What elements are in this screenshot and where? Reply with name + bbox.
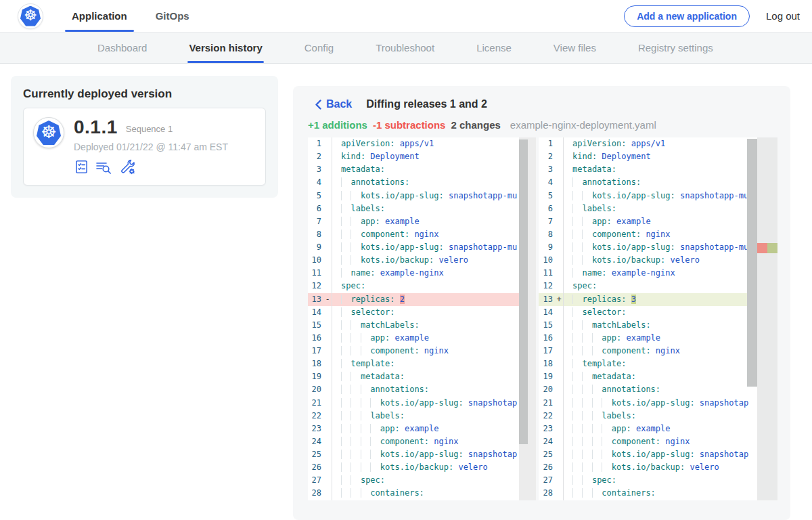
top-nav: ☸ ApplicationGitOps Add a new applicatio… (0, 0, 812, 32)
back-link[interactable]: Back (315, 98, 352, 110)
diff-line-marker (323, 435, 332, 448)
subnav-item-version-history[interactable]: Version history (187, 32, 263, 63)
line-number: 20 (308, 383, 323, 396)
line-number: 28 (539, 487, 555, 500)
diff-marker-added (767, 243, 777, 253)
subnav-item-dashboard[interactable]: Dashboard (96, 32, 148, 63)
line-number: 26 (308, 461, 323, 474)
diff-line-marker (555, 435, 563, 448)
diff-line-marker (323, 176, 332, 189)
line-number: 14 (539, 306, 555, 319)
topnav-tab-gitops[interactable]: GitOps (149, 0, 196, 32)
line-number: 6 (308, 202, 323, 215)
diff-line-marker (323, 267, 332, 280)
overview-ruler[interactable] (757, 137, 777, 500)
logout-button[interactable]: Log out (766, 10, 800, 22)
line-number: 27 (308, 474, 323, 487)
code-lines-left: 1apiVersion: apps/v12kind: Deployment3me… (308, 137, 536, 500)
diff-line-marker (323, 332, 332, 345)
release-notes-search-icon[interactable] (95, 159, 113, 175)
sequence-label: Sequence 1 (126, 124, 173, 134)
code-line: 10 kots.io/backup: velero (308, 254, 536, 267)
subnav-item-config[interactable]: Config (303, 32, 335, 63)
diff-line-marker (323, 410, 332, 422)
line-number: 11 (539, 267, 555, 280)
diff-line-marker (323, 163, 332, 176)
diff-line-marker (555, 228, 563, 241)
diff-pane-right: 1apiVersion: apps/v12kind: Deployment3me… (539, 137, 777, 500)
line-number: 25 (539, 448, 555, 461)
code-line: 24 component: nginx (308, 435, 536, 448)
diff-line-marker (555, 383, 563, 396)
topnav-tab-application[interactable]: Application (65, 0, 134, 32)
code-line: 11 name: example-nginx (539, 267, 777, 280)
code-line: 1apiVersion: apps/v1 (308, 137, 536, 150)
line-number: 12 (539, 280, 555, 292)
diff-line-marker (555, 137, 563, 150)
code-line: 4 annotations: (539, 176, 777, 189)
deployed-version-card: ☸ 0.1.1 Sequence 1 Deployed 01/21/22 @ 1… (23, 108, 266, 186)
diff-line-marker (323, 190, 332, 202)
line-number: 2 (539, 150, 555, 163)
subnav-item-troubleshoot[interactable]: Troubleshoot (374, 32, 436, 63)
code-line: 18 template: (308, 358, 536, 370)
line-number: 16 (539, 332, 555, 345)
line-number: 9 (539, 241, 555, 254)
kubernetes-logo-icon: ☸ (37, 121, 61, 145)
add-application-button[interactable]: Add a new application (624, 5, 750, 27)
line-number: 7 (539, 215, 555, 228)
code-line: 1apiVersion: apps/v1 (539, 137, 777, 150)
line-number: 13 (539, 293, 555, 306)
line-number: 4 (308, 176, 323, 189)
line-number: 20 (539, 383, 555, 396)
diff-line-marker (323, 383, 332, 396)
diff-line-marker (555, 306, 563, 319)
code-line: 4 annotations: (308, 176, 536, 189)
diff-line-marker (323, 202, 332, 215)
code-line: 21 kots.io/app-slug: snapshotap (308, 397, 536, 410)
line-number: 13 (308, 293, 323, 306)
code-line: 15 matchLabels: (308, 319, 536, 332)
diff-line-marker (323, 254, 332, 267)
diff-line-marker (555, 190, 563, 202)
scrollbar-thumb[interactable] (747, 139, 757, 387)
diff-line-marker (323, 319, 332, 332)
line-number: 5 (308, 190, 323, 202)
subnav-item-license[interactable]: License (475, 32, 513, 63)
code-line: 21 kots.io/app-slug: snapshotap (539, 397, 777, 410)
diff-line-marker (323, 370, 332, 383)
line-number: 12 (308, 280, 323, 292)
line-number: 2 (308, 150, 323, 163)
code-line: 9 kots.io/app-slug: snapshotapp-mu (539, 241, 777, 254)
code-line: 19 metadata: (308, 370, 536, 383)
diff-line-marker (555, 163, 563, 176)
line-number: 11 (308, 267, 323, 280)
scrollbar-thumb[interactable] (519, 139, 528, 444)
line-number: 3 (308, 163, 323, 176)
code-line: 9 kots.io/app-slug: snapshotapp-mu (308, 241, 536, 254)
line-number: 4 (539, 176, 555, 189)
diff-line-marker (555, 202, 563, 215)
checklist-icon[interactable] (74, 159, 89, 175)
code-line: 16 app: example (308, 332, 536, 345)
code-line: 24 component: nginx (539, 435, 777, 448)
code-line: 14 selector: (539, 306, 777, 319)
diff-line-marker (555, 254, 563, 267)
line-number: 21 (539, 397, 555, 410)
line-number: 21 (308, 397, 323, 410)
chevron-left-icon (315, 100, 321, 110)
code-line: 19 metadata: (539, 370, 777, 383)
line-number: 8 (308, 228, 323, 241)
code-line: 2kind: Deployment (308, 150, 536, 163)
config-tools-icon[interactable] (119, 158, 136, 175)
line-number: 5 (539, 190, 555, 202)
code-line: 25 kots.io/app-slug: snapshotap (308, 448, 536, 461)
topnav-tabs: ApplicationGitOps (65, 0, 211, 32)
subnav-item-registry-settings[interactable]: Registry settings (637, 32, 715, 63)
diff-line-marker (323, 137, 332, 150)
line-number: 19 (539, 370, 555, 383)
subnav-item-view-files[interactable]: View files (552, 32, 597, 63)
code-line: 7 app: example (539, 215, 777, 228)
version-action-icons (74, 158, 228, 175)
code-lines-right: 1apiVersion: apps/v12kind: Deployment3me… (539, 137, 777, 500)
